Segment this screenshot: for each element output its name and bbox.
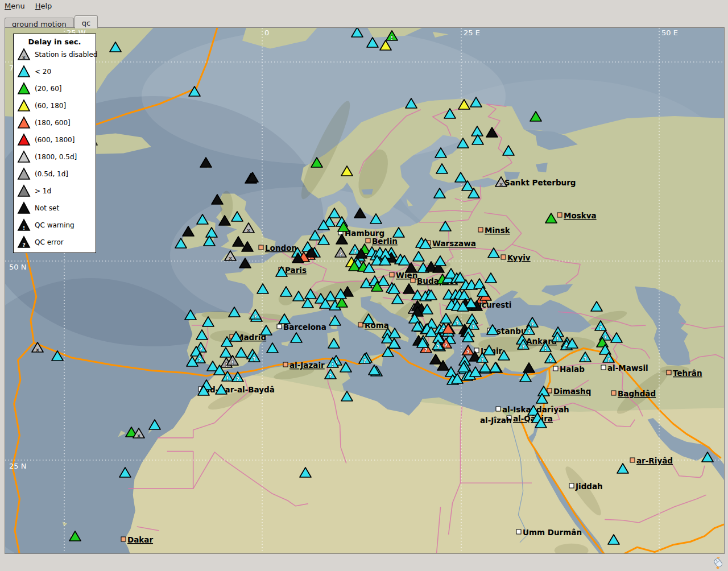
city-label: Dakar xyxy=(127,535,153,544)
legend-triangle-icon xyxy=(17,201,31,215)
city-label: Moskva xyxy=(564,211,597,220)
legend-item: (180, 600] xyxy=(14,114,96,131)
legend-item-label: (180, 600] xyxy=(35,119,71,127)
station-qc-mark: ? xyxy=(481,357,484,363)
app-window: MenuHelp ground motionqc 25 W025 E50 E75… xyxy=(0,0,728,571)
station-qc-mark: ? xyxy=(444,342,448,349)
menu-item-menu[interactable]: Menu xyxy=(0,0,31,12)
city-marker: Umm Durmân xyxy=(516,528,582,537)
city-label: al-Jîzah xyxy=(480,416,512,425)
legend-triangle-icon xyxy=(17,65,31,78)
station-qc-mark: ? xyxy=(531,321,534,328)
city-label: al-Jazair xyxy=(289,361,325,370)
station-qc-mark: ? xyxy=(527,329,531,335)
station-qc-mark: x xyxy=(137,432,140,438)
legend-triangle-icon xyxy=(17,82,31,96)
legend-item: xStation is disabled xyxy=(14,46,96,63)
city-marker: Baghdâd xyxy=(611,389,656,398)
city-label: Paris xyxy=(285,266,307,275)
legend-item: !QC warning xyxy=(14,217,96,234)
map-legend: Delay in sec. xStation is disabled< 20(2… xyxy=(13,34,96,253)
legend-item: > 1d xyxy=(14,183,96,200)
legend-item-label: (1800, 0.5d] xyxy=(35,153,77,161)
station-qc-mark: ? xyxy=(471,324,475,330)
station-qc-mark: ? xyxy=(456,320,459,326)
city-marker: Dimashq xyxy=(547,387,591,396)
tab-qc[interactable]: qc xyxy=(75,15,98,28)
menu-item-help[interactable]: Help xyxy=(31,0,58,12)
city-square xyxy=(277,324,282,329)
city-label: Minsk xyxy=(485,226,511,235)
grid-label-lat: 25 N xyxy=(9,462,26,470)
grid-label-lon: 50 E xyxy=(661,28,678,37)
city-label: al-Mawsil xyxy=(607,363,648,373)
city-label: ad-Dar-al-Baydâ xyxy=(205,385,275,394)
city-square xyxy=(478,227,483,232)
legend-item-label: QC warning xyxy=(35,221,75,229)
legend-item: (1800, 0.5d] xyxy=(14,148,96,165)
city-square xyxy=(496,407,500,411)
city-marker: ar-Riyâd xyxy=(630,456,673,465)
city-marker: Sankt Peterburg xyxy=(504,178,576,187)
station-qc-mark: x xyxy=(229,255,232,261)
status-bar xyxy=(0,554,728,571)
city-marker: Moskva xyxy=(557,211,597,220)
legend-item-label: > 1d xyxy=(35,187,51,195)
station-qc-mark: ? xyxy=(236,376,239,382)
city-label: Kyyiv xyxy=(507,253,531,262)
station-qc-mark: ! xyxy=(556,336,559,342)
legend-item-label: Station is disabled xyxy=(35,51,97,59)
legend-item: (0.5d, 1d] xyxy=(14,165,96,183)
menu-bar: MenuHelp xyxy=(0,0,728,13)
city-label: Halab xyxy=(560,365,585,374)
mouse-status-icon xyxy=(712,557,725,569)
city-square xyxy=(557,213,562,217)
station-qc-mark: ? xyxy=(363,358,366,364)
legend-triangle-icon: x xyxy=(17,48,31,61)
legend-item: (60, 180] xyxy=(14,97,96,114)
station-qc-mark: ! xyxy=(391,35,393,41)
city-label: Dimashq xyxy=(553,387,591,396)
city-marker: Warszawa xyxy=(426,239,476,248)
city-square xyxy=(283,362,288,367)
station-qc-mark: ? xyxy=(522,344,525,350)
map-frame: 25 W025 E50 E75 N50 N25 NLondonParisHamb… xyxy=(5,27,725,554)
station-qc-mark: x xyxy=(247,227,250,233)
city-square xyxy=(411,278,415,283)
city-square xyxy=(358,322,363,327)
city-square xyxy=(569,483,574,488)
city-label: Baghdâd xyxy=(618,389,656,398)
station-qc-mark: ? xyxy=(253,356,256,362)
city-square xyxy=(259,245,263,250)
tab-bar: ground motionqc xyxy=(5,15,98,27)
legend-triangle-icon xyxy=(17,184,31,198)
station-qc-mark: ! xyxy=(544,346,547,352)
map-canvas[interactable]: 25 W025 E50 E75 N50 N25 NLondonParisHamb… xyxy=(5,28,724,553)
legend-triangle-icon xyxy=(17,167,31,181)
city-marker: al-Jazair xyxy=(283,361,325,370)
station-qc-mark: ? xyxy=(584,356,587,362)
legend-title: Delay in sec. xyxy=(14,38,96,46)
city-label: Warszawa xyxy=(432,239,476,248)
legend-item: ?QC error xyxy=(14,234,96,251)
city-label: Sankt Peterburg xyxy=(504,178,576,187)
city-square xyxy=(501,255,506,259)
legend-triangle-icon xyxy=(17,150,31,164)
city-marker: London xyxy=(259,243,297,253)
svg-text:?: ? xyxy=(22,242,25,248)
legend-item-label: (600, 1800] xyxy=(35,136,75,144)
city-label: ar-Riyâd xyxy=(636,456,673,465)
legend-triangle-icon xyxy=(17,133,31,147)
station-qc-mark: ? xyxy=(466,349,470,355)
station-qc-mark: ? xyxy=(198,357,201,363)
grid-label-lon: 0 xyxy=(264,28,269,37)
city-marker: al-Mawsil xyxy=(601,363,648,373)
legend-item-label: < 20 xyxy=(35,68,51,76)
station-qc-mark: ? xyxy=(599,325,602,331)
city-square xyxy=(390,272,394,277)
legend-item-label: (0.5d, 1d] xyxy=(35,170,68,178)
city-marker: al-Jîzah xyxy=(480,416,512,425)
city-square xyxy=(611,391,616,395)
city-square xyxy=(667,370,671,375)
station-qc-mark: ? xyxy=(329,373,332,379)
